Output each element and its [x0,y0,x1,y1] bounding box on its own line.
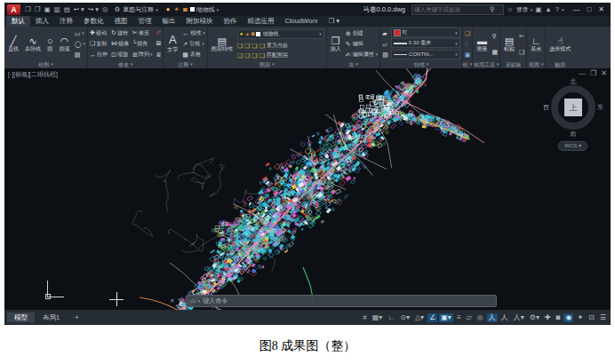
layer-tool-icon[interactable]: ❏ [237,52,243,59]
undo-icon[interactable]: ↩ ▾ [73,6,85,13]
save-as-icon[interactable]: ▥ [53,6,61,13]
pan-zoom-icon[interactable]: ◎ [101,6,109,13]
copy-button[interactable]: ❏复制 [90,40,108,46]
transparency-icon[interactable]: ▱ [465,313,474,322]
ribbon-tab-10[interactable]: 精选应用 [243,16,280,27]
drawing-area[interactable]: [-][俯视][二维线框] — ❐ ✕ 北 南 西 东 上 WCS ▾ ✕ ⚒ … [4,68,611,310]
clean-screen-icon[interactable]: ⊡ [587,313,596,322]
annotation-monitor-icon[interactable]: ✚ [543,313,553,322]
signin-person-icon[interactable]: ☺ [506,6,515,13]
arc-button[interactable]: ◠圆弧 [58,28,72,59]
text-button[interactable]: A文字 [165,28,180,59]
view-cube[interactable]: 北 南 西 东 上 [545,79,602,136]
help-icon[interactable]: ? [555,6,560,13]
panel-label-utilities[interactable]: 实用工具▾ [473,60,499,68]
object-color-dropdown[interactable]: 红▾ [391,28,460,37]
measure-button[interactable]: ▬测量 [475,28,489,59]
doc-close-button[interactable]: ✕ [601,69,607,77]
quick-select-button[interactable]: ⚲ [491,33,498,39]
paste-button[interactable]: ▤粘贴 [502,28,516,59]
autodesk-app-icon[interactable]: ▲ [544,6,552,13]
isodraft-icon[interactable]: △▾ [413,313,426,322]
create-block-button[interactable]: ⊕创建 [346,30,378,36]
panel-label-annotation[interactable]: 注释▾ [164,60,207,68]
isolate-objects-icon[interactable]: ◙ [555,313,563,322]
erase-button[interactable]: ✐ [156,29,161,36]
layer-dropdown[interactable]: ● ☀ ◙ 地物线 ▾ [237,29,324,39]
grid-icon[interactable]: # [361,313,368,322]
array-button[interactable]: ⊞阵列▾ [132,51,152,58]
copy-clip-button[interactable]: ❏ [519,49,524,55]
drawing-canvas[interactable] [4,68,611,310]
compass-north-label[interactable]: 北 [571,77,577,86]
ribbon-tab-7[interactable]: 输出 [157,16,181,27]
layer-properties-button[interactable]: ▤图层特性 [210,28,235,59]
ungroup-button[interactable]: ◌ [465,41,471,47]
circle-button[interactable]: ○圆 [45,28,55,59]
search-icon[interactable]: ⚲ [489,6,496,13]
new-file-icon[interactable]: ❒ [24,6,32,13]
layout1-tab[interactable]: 布局1 [36,313,67,323]
ribbon-tab-2[interactable]: 插入 [30,16,54,27]
panel-label-properties[interactable]: 特性▾ [380,60,462,68]
maximize-button[interactable]: □ [583,5,595,13]
plot-icon[interactable]: ▤ [63,6,71,13]
layer-tool-icon[interactable]: ❏ [237,43,243,49]
polar-tracking-icon[interactable]: ⊙▾ [398,313,411,322]
graphics-performance-icon[interactable]: ◉ [563,313,573,322]
insert-block-button[interactable]: ❒插入 [329,28,343,59]
edit-block-button[interactable]: ✎编辑 [346,41,378,47]
wcs-menu[interactable]: WCS ▾ [558,141,587,151]
mirror-button[interactable]: ⋈镜像 [111,40,129,46]
save-icon[interactable]: ▣ [43,6,51,13]
match-layer-button[interactable]: 匹配图层 [267,52,288,58]
layer-tool-icon[interactable]: ❏ [252,43,257,49]
ortho-icon[interactable]: ∟ [386,313,396,322]
calculator-button[interactable]: ▦ [491,49,498,55]
minimize-button[interactable]: — [569,5,583,13]
snap-icon[interactable]: ▦▾ [371,313,385,322]
ribbon-tab-extra-icon[interactable]: ❒ ▾ [323,16,345,27]
fillet-button[interactable]: ╰圆角 [132,40,152,46]
ribbon-tab-3[interactable]: 注释 [54,16,78,27]
cut-button[interactable]: ✂ [519,33,524,39]
hatch-button[interactable]: ▨ [75,51,85,58]
panel-label-view[interactable]: 视图▾ [527,60,545,68]
ribbon-tab-1[interactable]: 默认 [6,16,30,27]
make-current-button[interactable]: 置为当前 [267,43,288,48]
autoscale-icon[interactable]: 人 [499,313,510,322]
doc-minimize-button[interactable]: — [579,69,586,77]
layer-tool-icon[interactable]: ❏ [244,43,250,49]
group-button[interactable]: ❑ [465,30,471,36]
list-button[interactable]: ▱ [382,41,388,47]
leader-button[interactable]: ↗引线▾ [182,41,205,47]
ribbon-tab-8[interactable]: 附加模块 [181,16,219,27]
panel-label-block[interactable]: 块▾ [327,60,379,68]
redo-icon[interactable]: ↪ ▾ [87,6,100,13]
annotation-visibility-icon[interactable]: 人 [487,313,498,322]
ellipse-button[interactable]: ◯▾ [75,41,85,47]
lineweight-dropdown[interactable]: 0.30 毫米▾ [391,38,460,48]
panel-label-draw[interactable]: 绘图▾ [4,60,87,68]
command-customize-icon[interactable]: ⚒ [178,297,183,305]
layer-tool-icon[interactable]: ❏ [260,43,265,49]
polyline-button[interactable]: ∿多段线 [23,28,43,59]
base-point-button[interactable]: ∟基点 [529,28,543,59]
line-button[interactable]: ╱直线 [6,28,20,59]
group-edit-button[interactable]: ▣ [465,51,471,58]
edit-attr-button[interactable]: ✍编辑属性▾ [346,51,378,58]
layer-tool-icon[interactable]: ❏ [252,52,257,59]
explode-button[interactable]: ⊠ [156,40,161,46]
compass-south-label[interactable]: 南 [571,130,577,138]
panel-label-groups[interactable]: 组▾ [463,60,473,68]
model-tab[interactable]: 模型 [7,313,35,323]
add-layout-tab[interactable]: + [68,313,85,323]
linetype-dropdown[interactable]: CONTIN...▾ [391,50,460,59]
ribbon-tab-6[interactable]: 管理 [133,16,157,27]
doc-restore-button[interactable]: ❐ [590,69,596,77]
selection-cycling-icon[interactable]: ◎ [475,313,485,322]
panel-label-clipboard[interactable]: 剪贴板 [500,60,526,68]
open-file-icon[interactable]: ❐ [34,6,42,13]
osnap-tracking-icon[interactable]: ∠ [427,313,437,322]
compass-east-label[interactable]: 东 [597,103,603,112]
